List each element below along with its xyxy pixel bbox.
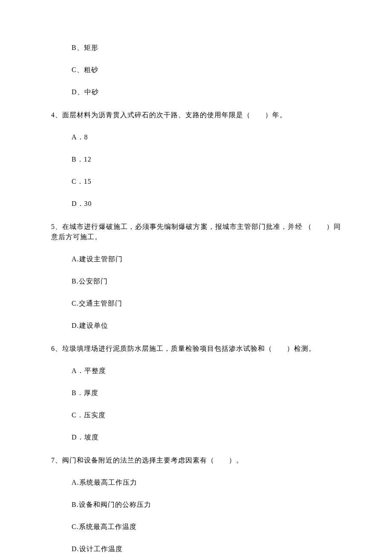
option-text: A.建设主管部门 — [72, 255, 123, 263]
option-text: A.系统最高工作压力 — [72, 479, 137, 486]
option-item: A．8 — [72, 132, 341, 142]
question-options: A.系统最高工作压力 B.设备和阀门的公称压力 C.系统最高工作温度 D.设计工… — [51, 477, 341, 554]
option-text: C．压实度 — [72, 411, 106, 419]
question-4: 4、面层材料为沥青贯入式碎石的次干路、支路的使用年限是（ ）年。 A．8 B．1… — [51, 110, 341, 209]
option-item: B．厚度 — [72, 388, 341, 398]
option-item: D．坡度 — [72, 432, 341, 442]
option-item: B、矩形 — [72, 43, 341, 53]
option-text: D．30 — [72, 200, 92, 207]
question-options: A.建设主管部门 B.公安部门 C.交通主管部门 D.建设单位 — [51, 254, 341, 331]
option-text: A．平整度 — [72, 367, 106, 374]
option-text: B.设备和阀门的公称压力 — [72, 501, 151, 508]
page-container: B、矩形 C、粗砂 D、中砂 4、面层材料为沥青贯入式碎石的次干路、支路的使用年… — [0, 0, 392, 555]
question-5: 5、在城市进行爆破施工，必须事先编制爆破方案，报城市主管部门批准，并经 （ ）同… — [51, 222, 341, 331]
option-item: A.系统最高工作压力 — [72, 477, 341, 488]
option-text: D.建设单位 — [72, 322, 108, 329]
option-text: B．12 — [72, 156, 92, 163]
option-item: C、粗砂 — [72, 65, 341, 75]
question-7: 7、阀门和设备附近的法兰的选择主要考虑因素有（ ）。 A.系统最高工作压力 B.… — [51, 455, 341, 554]
option-text: D、中砂 — [72, 88, 99, 95]
question-text: 6、垃圾填埋场进行泥质防水层施工，质量检验项目包括渗水试验和（ ）检测。 — [51, 344, 341, 354]
option-item: D.建设单位 — [72, 321, 341, 331]
option-text: D.设计工作温度 — [72, 545, 123, 552]
option-text: B．厚度 — [72, 389, 98, 396]
option-text: C．15 — [72, 178, 92, 185]
option-item: B.设备和阀门的公称压力 — [72, 500, 341, 510]
option-item: D.设计工作温度 — [72, 544, 341, 554]
option-item: B．12 — [72, 154, 341, 165]
option-item: C.交通主管部门 — [72, 298, 341, 309]
question-text: 4、面层材料为沥青贯入式碎石的次干路、支路的使用年限是（ ）年。 — [51, 110, 341, 120]
option-text: C.交通主管部门 — [72, 300, 122, 307]
content-area: B、矩形 C、粗砂 D、中砂 4、面层材料为沥青贯入式碎石的次干路、支路的使用年… — [0, 0, 392, 555]
option-item: C．15 — [72, 176, 341, 187]
question-options: A．平整度 B．厚度 C．压实度 D．坡度 — [51, 366, 341, 442]
question-6: 6、垃圾填埋场进行泥质防水层施工，质量检验项目包括渗水试验和（ ）检测。 A．平… — [51, 344, 341, 442]
option-item: C.系统最高工作温度 — [72, 522, 341, 532]
option-text: D．坡度 — [72, 434, 99, 441]
option-text: B.公安部门 — [72, 278, 108, 285]
option-text: C.系统最高工作温度 — [72, 523, 137, 530]
prev-question-options: B、矩形 C、粗砂 D、中砂 — [51, 43, 341, 97]
option-text: A．8 — [72, 133, 88, 141]
question-text: 5、在城市进行爆破施工，必须事先编制爆破方案，报城市主管部门批准，并经 （ ）同… — [51, 222, 341, 242]
question-text: 7、阀门和设备附近的法兰的选择主要考虑因素有（ ）。 — [51, 455, 341, 465]
option-item: D、中砂 — [72, 87, 341, 97]
option-item: A.建设主管部门 — [72, 254, 341, 264]
option-text: B、矩形 — [72, 44, 98, 51]
question-options: A．8 B．12 C．15 D．30 — [51, 132, 341, 209]
option-item: C．压实度 — [72, 410, 341, 420]
option-item: B.公安部门 — [72, 276, 341, 286]
option-text: C、粗砂 — [72, 66, 98, 73]
option-item: A．平整度 — [72, 366, 341, 376]
option-item: D．30 — [72, 199, 341, 209]
